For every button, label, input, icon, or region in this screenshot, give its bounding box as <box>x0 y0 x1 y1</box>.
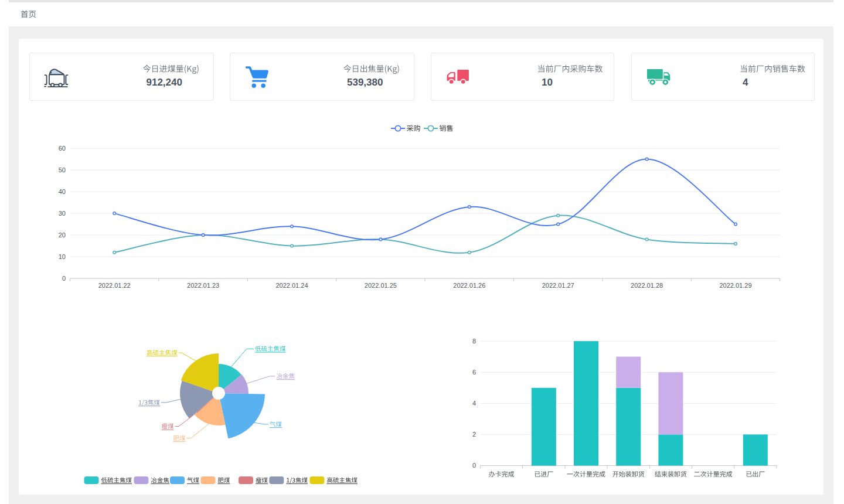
svg-text:60: 60 <box>59 145 66 152</box>
svg-text:2022.01.28: 2022.01.28 <box>631 282 663 289</box>
svg-text:4: 4 <box>743 77 748 88</box>
svg-text:4: 4 <box>472 400 476 407</box>
svg-text:2022.01.23: 2022.01.23 <box>187 282 219 289</box>
svg-text:912,240: 912,240 <box>147 77 182 88</box>
svg-text:0: 0 <box>62 275 66 282</box>
svg-text:2022.01.27: 2022.01.27 <box>542 282 574 289</box>
svg-text:2022.01.26: 2022.01.26 <box>453 282 485 289</box>
svg-text:20: 20 <box>59 231 66 239</box>
svg-text:539,380: 539,380 <box>347 77 383 88</box>
svg-text:50: 50 <box>59 166 66 173</box>
svg-text:8: 8 <box>472 338 476 345</box>
svg-text:2022.01.29: 2022.01.29 <box>719 282 751 289</box>
svg-text:2022.01.22: 2022.01.22 <box>98 282 131 289</box>
svg-text:10: 10 <box>59 253 66 260</box>
svg-text:2022.01.25: 2022.01.25 <box>365 282 397 289</box>
svg-text:40: 40 <box>59 188 66 195</box>
svg-text:10: 10 <box>542 77 553 88</box>
svg-text:6: 6 <box>472 369 476 376</box>
svg-text:2022.01.24: 2022.01.24 <box>275 282 308 289</box>
svg-text:30: 30 <box>59 210 66 217</box>
svg-text:0: 0 <box>472 462 476 469</box>
svg-text:2: 2 <box>472 431 476 438</box>
